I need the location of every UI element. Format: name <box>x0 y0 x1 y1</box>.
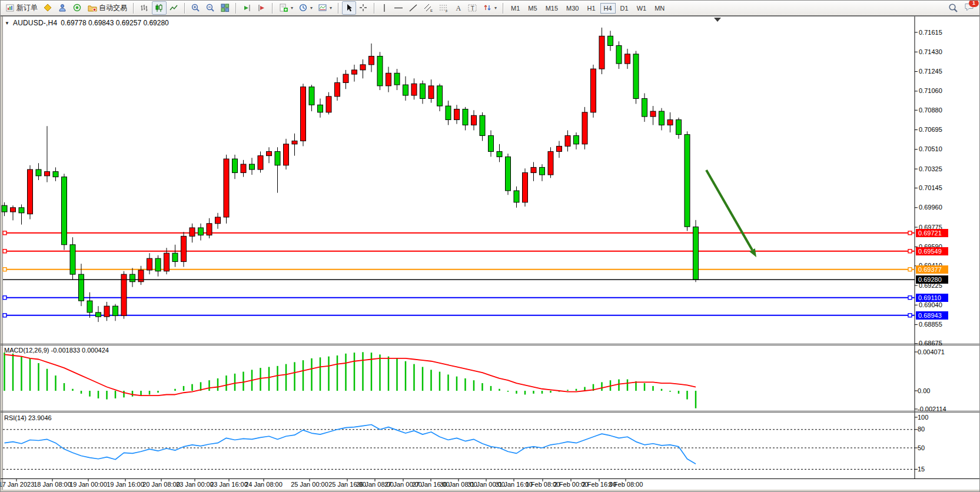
vertical-line-tool-button[interactable] <box>378 1 391 15</box>
timeframe-button-H4[interactable]: H4 <box>600 3 616 14</box>
candle[interactable] <box>369 56 374 64</box>
candle[interactable] <box>608 36 613 45</box>
candle[interactable] <box>70 245 75 274</box>
candle[interactable] <box>326 97 331 112</box>
chart-shift-button[interactable] <box>254 1 269 15</box>
hline-handle[interactable] <box>908 231 912 235</box>
chevron-down-icon[interactable]: ▾ <box>291 5 293 11</box>
candle[interactable] <box>45 172 50 176</box>
chevron-down-icon[interactable]: ▾ <box>310 5 313 11</box>
candle[interactable] <box>659 111 665 125</box>
candle[interactable] <box>250 164 255 169</box>
hline-handle[interactable] <box>3 231 6 235</box>
trendline-tool-button[interactable] <box>406 1 421 15</box>
candle[interactable] <box>258 156 263 169</box>
cursor-tool-button[interactable] <box>342 1 356 15</box>
candle[interactable] <box>53 172 58 177</box>
trend-arrow-head[interactable] <box>749 248 756 257</box>
periods-button[interactable]: ▾ <box>296 1 315 15</box>
zoom-in-button[interactable] <box>188 1 203 15</box>
candle[interactable] <box>232 159 238 172</box>
chevron-down-icon[interactable]: ▾ <box>494 5 497 11</box>
candle[interactable] <box>531 167 536 172</box>
market-watch-button[interactable] <box>41 1 55 15</box>
chevron-down-icon[interactable]: ▾ <box>330 5 332 11</box>
candle[interactable] <box>352 70 357 74</box>
timeframe-button-M5[interactable]: M5 <box>524 3 540 14</box>
candle[interactable] <box>693 227 699 280</box>
candle[interactable] <box>284 144 289 165</box>
crosshair-tool-button[interactable] <box>356 1 371 15</box>
candle[interactable] <box>582 112 587 144</box>
candle[interactable] <box>301 87 306 141</box>
candle[interactable] <box>121 274 127 315</box>
hline-handle[interactable] <box>3 268 6 271</box>
line-chart-button[interactable] <box>167 1 181 15</box>
channel-tool-button[interactable]: E <box>421 1 436 15</box>
candle[interactable] <box>292 141 297 144</box>
candle[interactable] <box>267 151 272 155</box>
candle[interactable] <box>96 313 101 317</box>
autotrading-button[interactable]: 自动交易 <box>85 1 130 15</box>
timeframe-button-M30[interactable]: M30 <box>563 3 582 14</box>
signals-button[interactable] <box>70 1 85 15</box>
candle[interactable] <box>343 74 348 82</box>
candle[interactable] <box>548 151 553 175</box>
candle[interactable] <box>403 85 408 95</box>
candle[interactable] <box>599 36 604 69</box>
hline-handle[interactable] <box>908 314 912 317</box>
candle[interactable] <box>104 306 109 317</box>
hline-handle[interactable] <box>3 250 6 253</box>
candle[interactable] <box>36 169 41 176</box>
candle[interactable] <box>514 191 519 202</box>
timeframe-button-W1[interactable]: W1 <box>633 3 650 14</box>
candle[interactable] <box>667 119 673 125</box>
candlestick-chart-button[interactable] <box>152 1 167 15</box>
candle[interactable] <box>676 119 682 134</box>
candle[interactable] <box>198 228 204 235</box>
search-icon[interactable] <box>948 3 958 13</box>
new-order-button[interactable]: 新订单 <box>3 1 41 15</box>
candle[interactable] <box>446 106 451 119</box>
candle[interactable] <box>489 135 494 151</box>
candle[interactable] <box>87 301 92 313</box>
timeframe-button-D1[interactable]: D1 <box>617 3 632 14</box>
zoom-out-button[interactable] <box>203 1 218 15</box>
candle[interactable] <box>79 274 84 301</box>
hline-handle[interactable] <box>3 314 6 317</box>
candle[interactable] <box>318 105 323 112</box>
candle[interactable] <box>138 270 144 282</box>
tile-windows-button[interactable] <box>218 1 232 15</box>
indicators-button[interactable]: ▾ <box>276 1 296 15</box>
bar-chart-button[interactable] <box>137 1 152 15</box>
candle[interactable] <box>224 159 229 217</box>
candle[interactable] <box>616 45 622 64</box>
candle[interactable] <box>207 224 212 235</box>
candle[interactable] <box>463 109 468 125</box>
candle[interactable] <box>28 169 33 214</box>
candle[interactable] <box>437 86 443 106</box>
hline-handle[interactable] <box>908 268 912 271</box>
candle[interactable] <box>650 111 656 117</box>
candle[interactable] <box>190 228 195 236</box>
candle[interactable] <box>275 151 280 165</box>
candle[interactable] <box>420 84 426 98</box>
candle[interactable] <box>215 217 221 224</box>
candle[interactable] <box>471 115 477 125</box>
candle[interactable] <box>411 84 417 95</box>
timeframe-button-M15[interactable]: M15 <box>542 3 562 14</box>
candle[interactable] <box>523 172 528 202</box>
timeframe-button-H1[interactable]: H1 <box>583 3 599 14</box>
timeframe-button-MN[interactable]: MN <box>651 3 668 14</box>
timeframe-button-M1[interactable]: M1 <box>507 3 523 14</box>
text-tool-button[interactable]: A <box>451 1 465 15</box>
label-tool-button[interactable]: T <box>465 1 480 15</box>
candle[interactable] <box>2 205 7 212</box>
candle[interactable] <box>360 65 366 70</box>
candle[interactable] <box>155 258 161 271</box>
hline-handle[interactable] <box>3 296 6 300</box>
candle[interactable] <box>62 177 67 245</box>
horizontal-line-tool-button[interactable] <box>391 1 406 15</box>
candle[interactable] <box>147 258 152 270</box>
candle[interactable] <box>386 73 391 86</box>
